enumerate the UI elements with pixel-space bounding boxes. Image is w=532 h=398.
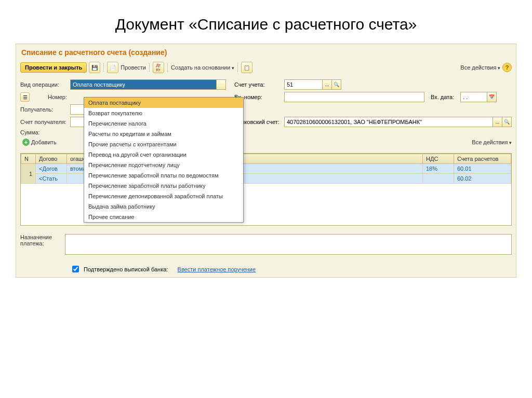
dropdown-item[interactable]: Перечисление подотчетному лицу <box>84 160 243 170</box>
confirmed-label: Подтверждено выпиской банка: <box>84 266 168 272</box>
help-icon[interactable]: ? <box>502 63 512 72</box>
table-all-actions-button[interactable]: Все действия <box>472 139 512 145</box>
cell-empty[interactable] <box>423 174 454 184</box>
in-number-input[interactable] <box>284 92 424 102</box>
col-vat[interactable]: НДС <box>423 154 454 164</box>
account-label: Счет учета: <box>229 81 281 88</box>
cell-account[interactable]: 60.01 <box>454 164 511 174</box>
cell-vat[interactable]: 18% <box>423 164 454 174</box>
search-icon[interactable]: 🔍 <box>331 80 341 89</box>
purpose-label: Назначение платежа: <box>20 234 62 246</box>
dropdown-item[interactable]: Расчеты по кредитам и займам <box>84 129 243 139</box>
post-and-close-button[interactable]: Провести и закрыть <box>20 62 87 73</box>
select-icon[interactable]: ... <box>322 80 331 89</box>
operation-type-label: Вид операции: <box>20 81 67 88</box>
dropdown-item[interactable]: Оплата поставщику <box>84 98 243 108</box>
dtkt-icon[interactable]: ДтКт <box>153 62 164 73</box>
add-label: Добавить <box>31 139 57 145</box>
page-heading: Документ «Списание с расчетного счета» <box>0 0 532 44</box>
operation-type-dropdown[interactable]: Оплата поставщику Возврат покупателю Пер… <box>84 97 244 223</box>
operation-type-value: Оплата поставщику <box>73 81 125 88</box>
recipient-label: Получатель: <box>20 106 67 113</box>
enter-payment-link[interactable]: Ввести платежное поручение <box>178 266 256 272</box>
app-window: Списание с расчетного счета (создание) П… <box>16 44 516 278</box>
dropdown-item[interactable]: Перечисление депонированной заработной п… <box>84 191 243 201</box>
dropdown-item[interactable]: Перечисление заработной платы работнику <box>84 181 243 191</box>
separator <box>167 63 168 72</box>
dropdown-item[interactable]: Возврат покупателю <box>84 108 243 118</box>
all-actions-button[interactable]: Все действия <box>460 64 500 71</box>
operation-type-input[interactable]: Оплата поставщику ... <box>70 79 226 90</box>
create-from-button[interactable]: Создать на основании <box>171 64 234 71</box>
number-label: Номер: <box>33 94 67 100</box>
amount-label: Сумма: <box>20 129 67 135</box>
dropdown-item[interactable]: Прочее списание <box>84 212 243 222</box>
separator <box>103 63 104 72</box>
cell-contract[interactable]: <Догов <box>36 164 67 174</box>
col-accounts[interactable]: Счета расчетов <box>454 154 511 164</box>
account-value: 51 <box>287 81 293 88</box>
col-contract[interactable]: Догово <box>36 154 67 164</box>
search-icon[interactable]: 🔍 <box>502 117 511 127</box>
account-input[interactable]: 51 ... 🔍 <box>284 79 341 90</box>
window-title: Списание с расчетного счета (создание) <box>16 44 516 60</box>
bank-account-input[interactable]: 40702810600006132001, ЗАО "НЕФТЕПРОМБАНК… <box>284 117 512 127</box>
add-button[interactable]: + Добавить <box>20 138 59 147</box>
in-date-value: . . <box>463 94 468 100</box>
dropdown-toggle-icon[interactable]: ... <box>216 80 225 89</box>
save-icon[interactable]: 💾 <box>89 62 100 73</box>
confirm-row: Подтверждено выпиской банка: Ввести плат… <box>16 261 516 277</box>
dropdown-item[interactable]: Перевод на другой счет организации <box>84 149 243 160</box>
calendar-icon[interactable]: 📅 <box>487 92 496 102</box>
cell-n: 1 <box>21 164 36 184</box>
cell-account2[interactable]: 60.02 <box>454 174 511 184</box>
dropdown-item[interactable]: Прочие расчеты с контрагентами <box>84 139 243 149</box>
cell-item[interactable]: <Стать <box>36 174 67 184</box>
post-icon[interactable]: 📄 <box>107 62 118 73</box>
plus-icon: + <box>22 139 30 146</box>
confirmed-checkbox[interactable] <box>72 266 79 272</box>
bank-account-value: 40702810600006132001, ЗАО "НЕФТЕПРОМБАНК… <box>287 119 422 125</box>
separator <box>237 63 238 72</box>
col-n[interactable]: N <box>21 154 36 164</box>
lines-icon[interactable]: ☰ <box>20 92 30 102</box>
bottom-area: Назначение платежа: <box>16 228 516 261</box>
in-date-input[interactable]: . . 📅 <box>460 92 497 102</box>
purpose-memo[interactable] <box>65 234 512 255</box>
report-icon[interactable]: 📋 <box>241 62 252 73</box>
recipient-account-label: Счет получателя: <box>20 119 67 125</box>
dropdown-item[interactable]: Выдача займа работнику <box>84 201 243 212</box>
dropdown-item[interactable]: Перечисление налога <box>84 118 243 129</box>
in-date-label: Вх. дата: <box>428 94 457 100</box>
dropdown-item[interactable]: Перечисление заработной платы по ведомос… <box>84 170 243 181</box>
post-button[interactable]: Провести <box>121 64 146 71</box>
separator <box>149 63 150 72</box>
main-toolbar: Провести и закрыть 💾 📄 Провести ДтКт Соз… <box>16 60 516 75</box>
select-icon[interactable]: ... <box>493 117 502 127</box>
